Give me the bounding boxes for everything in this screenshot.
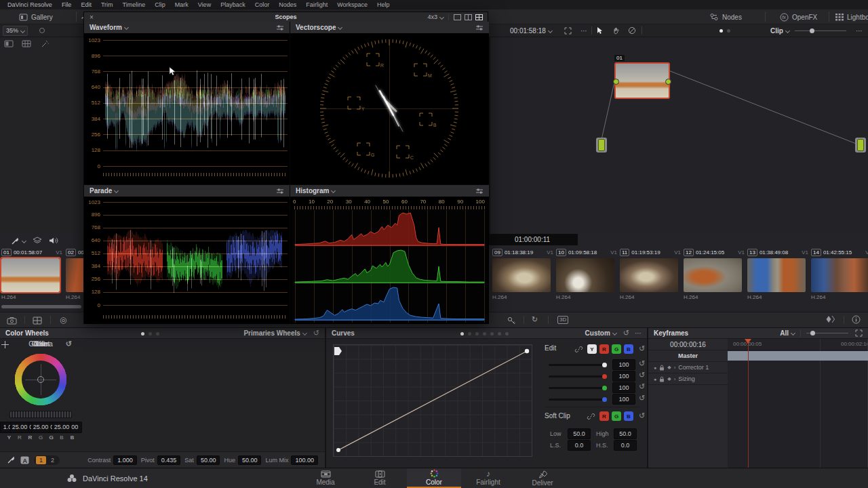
output-node[interactable] (855, 138, 866, 152)
clip-thumbnail[interactable] (747, 258, 806, 292)
link-icon[interactable] (574, 345, 583, 354)
timeline-clip[interactable]: 1401:42:55:15V1 H.264 (811, 247, 868, 300)
nodes-button[interactable]: Nodes (709, 9, 742, 24)
page-tab-media[interactable]: Media (298, 468, 353, 488)
clip-thumbnail[interactable] (684, 258, 742, 292)
scope-settings-icon[interactable] (475, 24, 484, 31)
page-tab-deliver[interactable]: Deliver (515, 468, 570, 488)
close-icon[interactable]: × (90, 14, 94, 21)
lightbox-button[interactable]: Lightbox (835, 9, 868, 24)
node-zoom-slider[interactable] (795, 24, 846, 37)
grab-still-icon[interactable] (7, 317, 17, 325)
curves-mode-select[interactable]: Custom (585, 329, 616, 337)
gang-slider[interactable] (549, 364, 606, 366)
keyframe-track-row[interactable]: ● ◆ › Master (648, 350, 728, 362)
single-scope-layout-icon[interactable] (454, 14, 461, 20)
softclip-ls-value[interactable]: 0.0 (568, 440, 591, 451)
field-value[interactable]: 1.000 (113, 455, 137, 465)
expand-icon[interactable] (564, 24, 572, 37)
source-node[interactable] (596, 138, 607, 152)
clip-thumbnail[interactable] (620, 258, 678, 292)
node-output-dot[interactable] (665, 79, 671, 85)
scope-name[interactable]: Waveform (90, 24, 122, 31)
node-options-icon[interactable]: ⋯ (856, 24, 863, 37)
wheel-page-tab[interactable]: 2 (47, 456, 58, 464)
curve-channel-y[interactable]: Y (587, 344, 597, 354)
gallery-button[interactable]: Gallery (19, 9, 53, 24)
slider-dot[interactable] (602, 374, 607, 379)
menu-item[interactable]: Help (372, 1, 395, 8)
menu-item[interactable]: Playback (216, 1, 250, 8)
pointer-tool-icon[interactable] (597, 24, 604, 37)
reset-icon[interactable]: ↺ (639, 383, 645, 390)
node-thumbnail[interactable] (614, 62, 670, 99)
field-value[interactable]: 50.00 (197, 455, 220, 465)
panel-pagination-dots[interactable] (139, 329, 161, 337)
color-picker-icon[interactable] (11, 235, 26, 247)
gang-value[interactable]: 100 (612, 359, 635, 370)
wheel-value[interactable]: 25.00 (31, 422, 50, 433)
menu-item[interactable]: Nodes (274, 1, 301, 8)
wheel-center-dot[interactable] (37, 376, 44, 383)
menu-item[interactable]: File (57, 1, 77, 8)
scope-name[interactable]: Histogram (296, 187, 329, 195)
gang-value[interactable]: 100 (612, 394, 635, 405)
scope-name[interactable]: Parade (90, 187, 112, 195)
timeline-clip[interactable]: 0901:18:38:19V1 H.264 (492, 247, 555, 300)
keyframes-filter-select[interactable]: All (780, 329, 795, 337)
hand-tool-icon[interactable] (613, 24, 620, 37)
curve-channel-g[interactable]: G (612, 344, 621, 354)
timeline-scrollbar[interactable] (1, 305, 81, 308)
panel-pagination-dots[interactable] (458, 329, 511, 337)
color-wheel[interactable] (15, 354, 66, 405)
clip-thumbnail[interactable] (556, 258, 614, 292)
node-input-dot[interactable] (613, 79, 619, 85)
grid-view-icon[interactable] (22, 40, 31, 47)
dual-scope-layout-icon[interactable] (465, 14, 472, 20)
scopes-aspect-select[interactable]: 4x3 (427, 14, 443, 20)
node-view-select[interactable]: Clip (770, 24, 789, 37)
audio-mute-icon[interactable] (49, 235, 58, 247)
clip-thumbnail[interactable] (492, 258, 551, 292)
gang-slider[interactable] (549, 375, 606, 378)
scope-name[interactable]: Vectorscope (296, 24, 336, 31)
keyframe-track-row[interactable]: ● ◆ › Corrector 1 (648, 362, 728, 373)
clip-thumbnail[interactable] (811, 258, 868, 292)
keyframes-playhead[interactable] (748, 339, 749, 468)
page-tab-color[interactable]: Color (407, 468, 461, 488)
timeline-clip[interactable]: 1001:09:58:18V1 H.264 (556, 247, 618, 300)
enable-dot-icon[interactable]: ● (654, 377, 656, 382)
layers-icon[interactable] (33, 235, 42, 247)
chevron-right-icon[interactable]: › (674, 365, 676, 371)
wheel-page-tab[interactable]: 1 (36, 456, 46, 464)
keyframes-zoom-slider[interactable] (806, 333, 848, 333)
enable-dot-icon[interactable]: ● (654, 365, 656, 370)
keyframes-timeline[interactable]: 00:00:00:05 00:00:02:16 (728, 339, 868, 468)
field-value[interactable]: 100.00 (291, 455, 318, 465)
menu-item[interactable]: DaVinci Resolve (3, 1, 57, 8)
field-value[interactable]: 0.435 (157, 455, 181, 465)
panel-options-icon[interactable]: ⋯ (635, 329, 642, 337)
magic-wand-icon[interactable] (41, 40, 50, 48)
menu-item[interactable]: Clip (150, 1, 170, 8)
wheel-value[interactable]: 25.00 (52, 422, 71, 433)
viewer-options-icon[interactable]: ⋯ (580, 24, 587, 37)
reset-icon[interactable]: ↺ (66, 340, 72, 348)
curve-channel-b[interactable]: B (624, 344, 633, 354)
gang-value[interactable]: 100 (612, 382, 635, 393)
reset-icon[interactable]: ↺ (639, 360, 645, 367)
node-graph[interactable]: 01 (490, 37, 868, 234)
play-still-icon[interactable]: ◎ (60, 315, 66, 325)
zoom-level-select[interactable]: 35% (3, 24, 28, 37)
expand-icon[interactable] (855, 329, 863, 337)
timeline-clip[interactable]: 1201:24:15:05V1 H.264 (684, 247, 746, 300)
info-icon[interactable] (852, 315, 861, 324)
timeline-clip[interactable]: 0100:01:58:07V1 H.264 (1, 247, 64, 300)
wheel-value[interactable]: 25.00 (10, 422, 29, 433)
softclip-low-value[interactable]: 50.0 (568, 428, 591, 439)
menu-item[interactable]: Color (250, 1, 275, 8)
menu-item[interactable]: Workspace (332, 1, 372, 8)
scopes-window[interactable]: × Scopes 4x3 Waveform 102389676864051238… (83, 12, 488, 324)
menu-item[interactable]: View (193, 1, 216, 8)
keyframe-nav-icon[interactable] (826, 315, 835, 323)
